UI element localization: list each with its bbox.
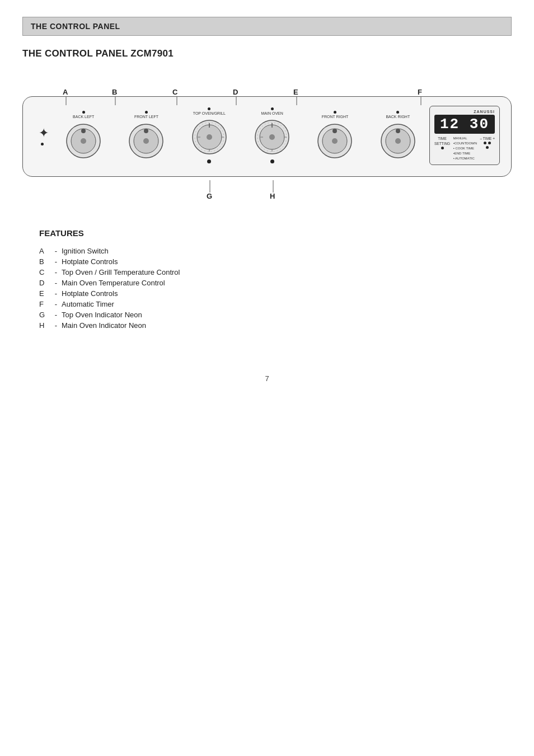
knob-top-dot-6	[396, 111, 399, 114]
ignition-dot	[41, 143, 44, 145]
feat-desc-h: Main Oven Indicator Neon	[62, 321, 512, 330]
label-C: C	[172, 88, 177, 96]
label-F: F	[418, 88, 422, 96]
timer-dot-3	[488, 142, 491, 144]
features-section: FEATURES A - Ignition Switch B - Hotplat…	[39, 228, 512, 330]
knob-top-dot-3	[208, 107, 210, 110]
feat-letter-f: F	[39, 300, 50, 308]
timer-center-options: MANUAL •COUNTDOWN • COOK TIME •END TIME …	[453, 136, 477, 161]
features-list: A - Ignition Switch B - Hotplate Control…	[39, 247, 512, 330]
label-A: A	[63, 88, 68, 96]
timer-dot-2	[484, 142, 486, 144]
feat-letter-b: B	[39, 257, 50, 266]
list-item: A - Ignition Switch	[39, 247, 512, 255]
feat-desc-d: Main Oven Temperature Control	[62, 279, 512, 287]
knob-label-main-oven: MAIN OVEN	[261, 111, 283, 116]
timer-time-setting[interactable]: TIMESETTING	[434, 136, 450, 149]
feat-desc-f: Automatic Timer	[62, 300, 512, 308]
feat-letter-h: H	[39, 321, 50, 330]
knob-bottom-dot-d	[270, 159, 274, 163]
knob-back-right: BACK RIGHT	[367, 111, 429, 159]
header-title: THE CONTROL PANEL	[31, 22, 120, 31]
feat-desc-a: Ignition Switch	[62, 247, 512, 255]
feat-dash-h: -	[50, 321, 62, 330]
knob-svg-front-right	[316, 122, 354, 160]
knob-front-left: FRONT LEFT	[115, 111, 177, 159]
knob-top-dot	[82, 111, 85, 114]
label-B: B	[112, 88, 117, 96]
control-panel: ✦ BACK LEFT FRONT LEFT	[22, 96, 512, 177]
list-item: D - Main Oven Temperature Control	[39, 279, 512, 287]
feat-dash-g: -	[50, 311, 62, 319]
knob-label-front-left: FRONT LEFT	[134, 115, 158, 119]
feat-dash-f: -	[50, 300, 62, 308]
feat-desc-g: Top Oven Indicator Neon	[62, 311, 512, 319]
label-H: H	[270, 192, 275, 200]
feat-dash-b: -	[50, 257, 62, 266]
knob-label-front-right: FRONT RIGHT	[322, 115, 349, 119]
svg-point-35	[332, 138, 338, 144]
feat-desc-c: Top Oven / Grill Temperature Control	[62, 268, 512, 276]
feat-desc-e: Hotplate Controls	[62, 289, 512, 298]
svg-point-19	[207, 134, 212, 140]
feat-dash-d: -	[50, 279, 62, 287]
diagram-area: A B C D E F ✦ BACK LEFT	[22, 76, 512, 200]
knob-svg-back-left	[64, 122, 102, 160]
feat-letter-d: D	[39, 279, 50, 287]
knob-front-right: FRONT RIGHT	[303, 111, 366, 159]
section-title: THE CONTROL PANEL ZCM7901	[22, 48, 512, 59]
knob-top-oven-grill: TOP OVEN/GRILL	[178, 107, 241, 163]
header-banner: THE CONTROL PANEL	[22, 17, 512, 36]
list-item: F - Automatic Timer	[39, 300, 512, 308]
timer-dot-1	[441, 147, 444, 149]
knob-top-dot-5	[334, 111, 336, 114]
svg-point-9	[81, 138, 86, 144]
timer-dot-4	[486, 146, 489, 149]
svg-point-14	[143, 138, 149, 144]
knob-label-back-left: BACK LEFT	[73, 115, 94, 119]
features-title: FEATURES	[39, 228, 512, 238]
knob-label-back-right: BACK RIGHT	[386, 115, 410, 119]
letter-labels-row: A B C D E F	[22, 76, 512, 96]
timer-display: 12 30	[434, 115, 495, 134]
feat-letter-a: A	[39, 247, 50, 255]
knob-svg-top-oven	[190, 118, 228, 156]
gh-labels-row: G H	[22, 180, 512, 200]
list-item: G - Top Oven Indicator Neon	[39, 311, 512, 319]
label-D: D	[233, 88, 238, 96]
feat-dash-e: -	[50, 289, 62, 298]
knob-svg-front-left	[127, 122, 165, 160]
knob-bottom-dot-c	[207, 159, 211, 163]
page-number: 7	[0, 374, 534, 383]
list-item: C - Top Oven / Grill Temperature Control	[39, 268, 512, 276]
svg-point-40	[395, 138, 401, 144]
timer-controls: TIMESETTING MANUAL •COUNTDOWN • COOK TIM…	[434, 136, 495, 161]
gh-connector-lines	[22, 180, 509, 200]
ignition-star-icon: ✦	[39, 126, 49, 140]
timer-time-plus[interactable]: – TIME +	[480, 136, 495, 149]
list-item: B - Hotplate Controls	[39, 257, 512, 266]
feat-letter-c: C	[39, 268, 50, 276]
svg-point-27	[269, 134, 275, 140]
ignition-area: ✦	[33, 126, 51, 145]
feat-dash-a: -	[50, 247, 62, 255]
feat-dash-c: -	[50, 268, 62, 276]
knob-top-dot-4	[271, 107, 274, 110]
timer-brand: ZANUSSI	[474, 110, 495, 114]
label-E: E	[293, 88, 298, 96]
knob-back-left: BACK LEFT	[52, 111, 115, 159]
feat-letter-e: E	[39, 289, 50, 298]
knob-svg-back-right	[379, 122, 417, 160]
knob-svg-main-oven	[253, 118, 291, 156]
knob-label-top-oven: TOP OVEN/GRILL	[193, 111, 226, 116]
list-item: H - Main Oven Indicator Neon	[39, 321, 512, 330]
feat-letter-g: G	[39, 311, 50, 319]
knob-main-oven: MAIN OVEN	[241, 107, 303, 163]
timer-panel: ZANUSSI 12 30 TIMESETTING MANUAL •COUNTD…	[429, 106, 500, 165]
list-item: E - Hotplate Controls	[39, 289, 512, 298]
knob-top-dot-2	[145, 111, 148, 114]
feat-desc-b: Hotplate Controls	[62, 257, 512, 266]
label-G: G	[207, 192, 212, 200]
